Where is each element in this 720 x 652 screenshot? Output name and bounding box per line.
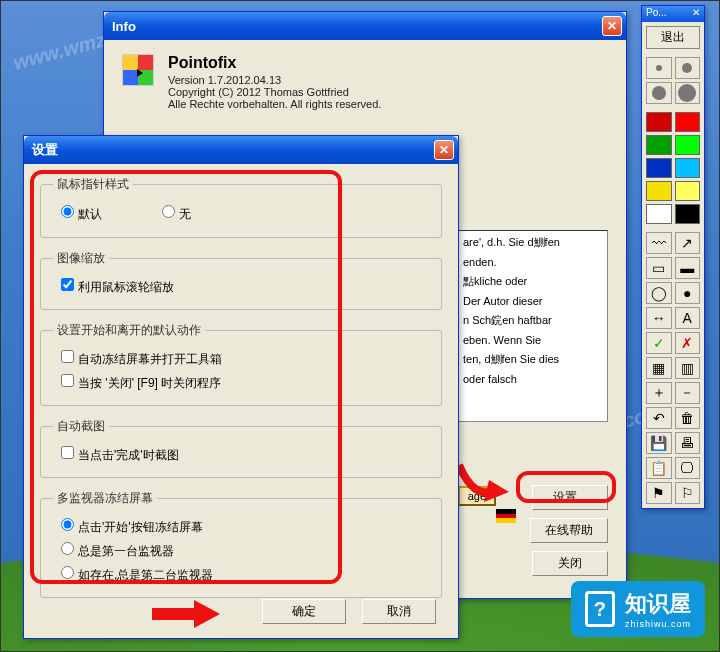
brand-url: zhishiwu.com (625, 619, 691, 629)
toolbox-exit-button[interactable]: 退出 (646, 26, 700, 49)
tool-grid-icon[interactable]: ▦ (646, 357, 672, 379)
check-wheel-zoom[interactable]: 利用鼠标滚轮缩放 (61, 278, 174, 296)
annotation-arrow-icon (194, 600, 220, 628)
tool-save-icon[interactable]: 💾 (646, 432, 672, 454)
tool-rect-fill-icon[interactable]: ▬ (675, 257, 701, 279)
check-screenshot-done[interactable]: 当点击'完成'时截图 (61, 446, 179, 464)
info-close-icon[interactable]: ✕ (602, 16, 622, 36)
radio-pointer-default[interactable]: 默认 (61, 205, 102, 223)
tool-print-icon[interactable]: 🖶 (675, 432, 701, 454)
info-titlebar[interactable]: Info ✕ (104, 12, 626, 40)
swatch-blue[interactable] (646, 158, 672, 178)
app-version: Version 1.7.2012.04.13 (168, 74, 381, 86)
swatch-cyan[interactable] (675, 158, 701, 178)
settings-close-icon[interactable]: ✕ (434, 140, 454, 160)
tool-rect-icon[interactable]: ▭ (646, 257, 672, 279)
radio-monitor-second[interactable]: 如存在,总是第二台监视器 (61, 566, 213, 584)
ok-button[interactable]: 确定 (262, 599, 346, 624)
brush-size-3[interactable] (646, 82, 672, 104)
pointofix-logo-icon (122, 54, 154, 86)
toolbox-palette[interactable]: Po...✕ 退出 〰 ↗ ▭ ▬ ◯ ● ↔ A ✓ ✗ ▦ ▥ ＋ － ↶ … (641, 5, 705, 509)
brand-icon: ? (585, 591, 615, 627)
app-rights: Alle Rechte vorbehalten. All rights rese… (168, 98, 381, 110)
radio-monitor-click[interactable]: 点击'开始'按钮冻结屏幕 (61, 518, 203, 536)
swatch-darkred[interactable] (646, 112, 672, 132)
info-title-text: Info (112, 19, 136, 34)
tool-line-icon[interactable]: ↗ (675, 232, 701, 254)
brush-size-4[interactable] (675, 82, 701, 104)
brush-size-2[interactable] (675, 57, 701, 79)
radio-pointer-none[interactable]: 无 (162, 205, 191, 223)
group-multi-monitor: 多监视器冻结屏幕 点击'开始'按钮冻结屏幕 总是第一台监视器 如存在,总是第二台… (40, 490, 442, 598)
settings-button[interactable]: 设置... (532, 485, 608, 510)
swatch-darkyellow[interactable] (646, 181, 672, 201)
tool-trash-icon[interactable]: 🗑 (675, 407, 701, 429)
settings-window: 设置 ✕ 鼠标指针样式 默认 无 图像缩放 利用鼠标滚轮缩放 设置开始和离开的默… (23, 135, 459, 639)
group-auto-screenshot: 自动截图 当点击'完成'时截图 (40, 418, 442, 478)
swatch-white[interactable] (646, 204, 672, 224)
license-textarea[interactable]: are', d.h. Sie d鰂fen enden. 點kliche oder… (458, 230, 608, 422)
group-zoom: 图像缩放 利用鼠标滚轮缩放 (40, 250, 442, 310)
tool-ellipse-icon[interactable]: ◯ (646, 282, 672, 304)
brush-size-1[interactable] (646, 57, 672, 79)
swatch-green[interactable] (646, 135, 672, 155)
tool-zoomin-icon[interactable]: ＋ (646, 382, 672, 404)
tool-screen-icon[interactable]: 🖵 (675, 457, 701, 479)
swatch-red[interactable] (675, 112, 701, 132)
tool-clipboard-icon[interactable]: 📋 (646, 457, 672, 479)
tool-arrow-icon[interactable]: ↔ (646, 307, 672, 329)
tool-freehand-icon[interactable]: 〰 (646, 232, 672, 254)
tool-text-icon[interactable]: A (675, 307, 701, 329)
tool-check-icon[interactable]: ✓ (646, 332, 672, 354)
app-name: Pointofix (168, 54, 381, 72)
toolbox-titlebar[interactable]: Po...✕ (642, 6, 704, 22)
check-auto-freeze[interactable]: 自动冻结屏幕并打开工具箱 (61, 350, 222, 368)
info-close-button[interactable]: 关闭 (532, 551, 608, 576)
swatch-lime[interactable] (675, 135, 701, 155)
brand-badge: ? 知识屋 zhishiwu.com (571, 581, 705, 637)
swatch-yellow[interactable] (675, 181, 701, 201)
tool-cross-icon[interactable]: ✗ (675, 332, 701, 354)
online-help-button[interactable]: 在线帮助 (530, 518, 608, 543)
tool-ellipse-fill-icon[interactable]: ● (675, 282, 701, 304)
language-button[interactable]: age (458, 486, 496, 506)
settings-title-text: 设置 (32, 141, 58, 159)
toolbox-close-icon[interactable]: ✕ (692, 7, 700, 21)
tool-zoomout-icon[interactable]: － (675, 382, 701, 404)
group-multimon-legend: 多监视器冻结屏幕 (53, 490, 157, 507)
cancel-button[interactable]: 取消 (362, 599, 436, 624)
app-copyright: Copyright (C) 2012 Thomas Gottfried (168, 86, 381, 98)
group-start-exit: 设置开始和离开的默认动作 自动冻结屏幕并打开工具箱 当按 '关闭' [F9] 时… (40, 322, 442, 406)
color-swatches (642, 108, 704, 228)
group-startexit-legend: 设置开始和离开的默认动作 (53, 322, 205, 339)
group-pointer-legend: 鼠标指针样式 (53, 176, 133, 193)
brand-name: 知识屋 (625, 591, 691, 616)
check-close-f9[interactable]: 当按 '关闭' [F9] 时关闭程序 (61, 374, 221, 392)
tool-ruler-icon[interactable]: ▥ (675, 357, 701, 379)
tool-flag1-icon[interactable]: ⚑ (646, 482, 672, 504)
settings-titlebar[interactable]: 设置 ✕ (24, 136, 458, 164)
group-pointer-style: 鼠标指针样式 默认 无 (40, 176, 442, 238)
radio-monitor-first[interactable]: 总是第一台监视器 (61, 542, 174, 560)
tool-undo-icon[interactable]: ↶ (646, 407, 672, 429)
flag-icon (496, 509, 516, 523)
group-zoom-legend: 图像缩放 (53, 250, 109, 267)
swatch-black[interactable] (675, 204, 701, 224)
group-autoshot-legend: 自动截图 (53, 418, 109, 435)
tool-flag2-icon[interactable]: ⚐ (675, 482, 701, 504)
